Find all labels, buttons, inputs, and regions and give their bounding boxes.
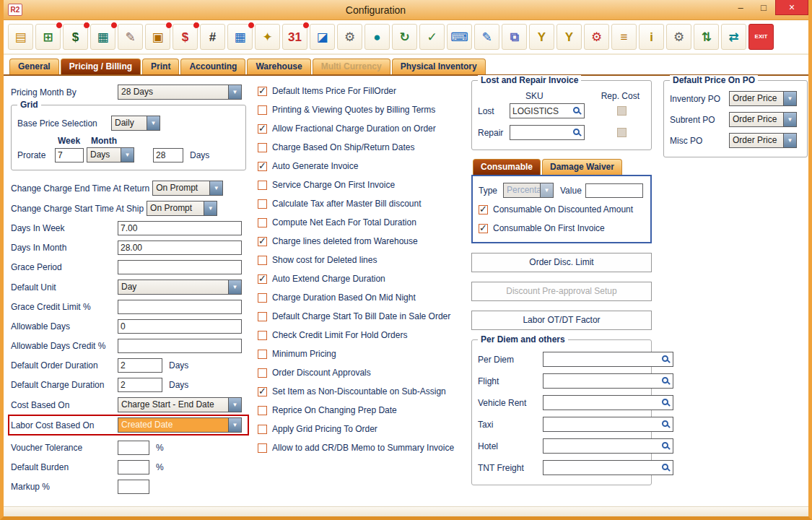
option-checkbox-charge-based-on-ship-return-dates[interactable] [258,143,267,152]
order-disc-limit-button[interactable]: Order Disc. Limit [471,253,652,272]
tnt-freight-field[interactable] [543,460,673,475]
grace-credit-limit-input[interactable] [118,300,242,314]
markup-input[interactable] [118,480,149,494]
export-database-icon[interactable]: ⇅ [694,24,719,50]
maximize-button[interactable]: □ [752,0,775,15]
flight-search-icon[interactable] [660,374,673,388]
change-charge-start-time-dropdown[interactable]: On Prompt [147,201,217,216]
tab-print[interactable]: Print [142,58,179,74]
copy-document-icon[interactable]: ⧉ [502,24,527,50]
repair-search-icon[interactable] [571,126,584,139]
option-checkbox-default-charge-start-to-bill-date-in-sale-order[interactable] [258,312,267,321]
taxi-search-icon[interactable] [660,417,673,431]
vehicle-rent-input[interactable] [543,398,660,408]
option-checkbox-charge-duration-based-on-mid-night[interactable] [258,293,267,303]
transfer-icon[interactable]: ⇄ [721,24,746,50]
per-diem-search-icon[interactable] [660,352,673,366]
days-in-month-input[interactable] [118,240,242,255]
option-checkbox-reprice-on-changing-prep-date[interactable] [258,406,267,415]
option-checkbox-order-discount-approvals[interactable] [258,368,267,378]
voucher-tolerance-input[interactable] [118,441,149,455]
option-checkbox-auto-generate-invoice[interactable] [258,162,267,171]
tab-consumable[interactable]: Consumable [473,159,541,175]
gears-icon[interactable]: ⚙ [337,24,362,50]
default-unit-dropdown[interactable]: Day [118,280,242,295]
option-checkbox-check-credit-limit-for-hold-orders[interactable] [258,331,267,340]
calculator-icon[interactable]: ⊞ [35,24,61,50]
cost-based-on-arrow-icon[interactable] [228,398,241,412]
repair-sku-input[interactable] [510,128,571,138]
save-icon[interactable]: ▤ [8,24,33,50]
change-charge-start-time-arrow-icon[interactable] [204,202,217,215]
subrent-po-arrow-icon[interactable] [783,113,796,126]
cash-register-icon[interactable]: $ [63,24,88,50]
per-diem-field[interactable] [543,352,673,367]
lost-search-icon[interactable] [571,104,584,118]
option-checkbox-minimum-pricing[interactable] [258,350,267,359]
compose-document-icon[interactable]: ✎ [474,24,499,50]
consumable-option-checkbox-consumable-on-discounted-amount[interactable] [479,205,488,214]
cost-based-on-dropdown[interactable]: Charge Start - End Date [118,397,242,412]
option-checkbox-allow-fractional-charge-duration-on-order[interactable] [258,124,267,134]
table-grid-icon[interactable]: # [200,24,225,50]
vehicle-rent-search-icon[interactable] [660,396,673,410]
flight-input[interactable] [543,376,660,386]
tab-damage-waiver[interactable]: Damage Waiver [542,159,622,175]
trophy-alt-icon[interactable]: Y [556,24,582,50]
default-burden-input[interactable] [118,460,149,474]
prorate-unit-arrow-icon[interactable] [121,148,134,162]
default-charge-duration-input[interactable] [118,378,162,392]
vehicle-rent-field[interactable] [543,395,673,410]
per-diem-input[interactable] [543,355,660,365]
chart-icon[interactable]: ◪ [310,24,335,50]
option-checkbox-charge-lines-deleted-from-warehouse[interactable] [258,237,267,246]
tab-pricing-billing[interactable]: Pricing / Billing [61,58,141,74]
option-checkbox-calculate-tax-after-master-bill-discount[interactable] [258,199,267,209]
grace-period-input[interactable] [118,260,242,274]
pricing-month-by-arrow-icon[interactable] [228,85,241,99]
verify-document-icon[interactable]: ✓ [419,24,445,50]
minimize-button[interactable]: – [729,0,752,15]
globe-icon[interactable]: ● [364,24,390,50]
notes-icon[interactable]: ≡ [611,24,637,50]
tab-warehouse[interactable]: Warehouse [247,58,310,74]
inventory-po-arrow-icon[interactable] [783,92,796,105]
allowable-days-credit-input[interactable] [118,339,242,353]
repair-sku-field[interactable] [510,125,585,140]
lost-sku-input[interactable] [510,106,571,116]
option-checkbox-set-item-as-non-discountable-on-sub-assign[interactable] [258,387,267,396]
default-order-duration-input[interactable] [118,358,162,373]
value-input[interactable] [585,183,643,198]
taxi-field[interactable] [543,417,673,432]
change-charge-end-time-arrow-icon[interactable] [209,181,222,195]
lost-sku-field[interactable] [510,103,585,118]
option-checkbox-service-charge-on-first-invoice[interactable] [258,181,267,190]
labor-cost-based-on-dropdown[interactable]: Created Date [118,417,242,433]
trophy-icon[interactable]: Y [529,24,554,50]
hotel-search-icon[interactable] [660,439,673,453]
base-price-selection-arrow-icon[interactable] [147,116,160,130]
prorate-unit-dropdown[interactable]: Days [87,147,134,162]
default-unit-arrow-icon[interactable] [228,280,241,294]
subrent-po-dropdown[interactable]: Order Price [729,112,797,127]
close-button[interactable]: × [775,0,808,15]
exit-icon[interactable]: EXIT [748,24,774,50]
invoice-dollar-icon[interactable]: $ [173,24,198,50]
option-checkbox-printing-viewing-quotes-by-billing-terms[interactable] [258,105,267,115]
handshake-icon[interactable]: ✦ [255,24,280,50]
spreadsheet-icon[interactable]: ▦ [227,24,253,50]
prorate-week-input[interactable] [55,148,84,162]
settings-gear-icon[interactable]: ⚙ [666,24,691,50]
labor-cost-based-on-arrow-icon[interactable] [228,418,241,432]
edit-document-icon[interactable]: ✎ [118,24,143,50]
misc-po-arrow-icon[interactable] [783,134,796,147]
option-checkbox-auto-extend-charge-duration[interactable] [258,274,267,284]
misc-po-dropdown[interactable]: Order Price [729,133,797,148]
person-icon[interactable]: i [639,24,664,50]
option-checkbox-default-items-price-for-fillorder[interactable] [258,87,267,96]
days-in-week-input[interactable] [118,221,242,235]
tnt-freight-search-icon[interactable] [660,461,673,474]
option-checkbox-show-cost-for-deleted-lines[interactable] [258,256,267,265]
pricing-month-by-dropdown[interactable]: 28 Days [118,84,242,100]
tab-accounting[interactable]: Accounting [180,58,245,74]
